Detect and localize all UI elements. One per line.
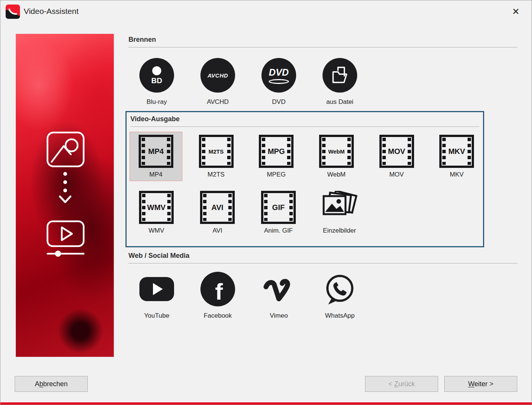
- label-accesskey: b: [39, 380, 43, 388]
- facebook-f-glyph: f: [215, 278, 223, 305]
- label-accesskey: Z: [394, 380, 398, 388]
- arrow-chevron-icon: [60, 196, 70, 202]
- app-logo-icon: [6, 5, 20, 19]
- images-icon: [47, 132, 84, 166]
- web-social-options: YouTube f Facebook Vimeo: [130, 272, 517, 320]
- image-stack-icon: [321, 191, 358, 224]
- section-title-video-ausgabe: Video-Ausgabe: [130, 115, 479, 127]
- gif-icon-text: GIF: [272, 203, 284, 212]
- label-post: urück: [398, 380, 415, 388]
- social-item-whatsapp[interactable]: WhatsApp: [313, 272, 367, 320]
- vimeo-v-glyph: [261, 274, 296, 304]
- video-assistant-dialog: Video-Assistent ✕ B: [0, 0, 532, 405]
- webm-icon-text: WebM: [328, 148, 345, 155]
- format-item-m2ts[interactable]: M2TS M2TS: [190, 132, 243, 181]
- format-item-mov[interactable]: MOV MOV: [370, 132, 423, 181]
- format-item-wmv[interactable]: WMV WMV: [130, 188, 183, 237]
- format-label: WebM: [310, 171, 362, 178]
- mov-filmstrip-icon: MOV: [379, 135, 414, 168]
- format-label: MKV: [431, 171, 483, 178]
- label-pre: <: [388, 380, 394, 388]
- mpg-filmstrip-icon: MPG: [259, 135, 294, 168]
- facebook-icon: f: [191, 272, 245, 306]
- dvd-disc-icon: DVD: [261, 58, 296, 93]
- social-item-label: YouTube: [130, 312, 183, 320]
- mp4-filmstrip-icon: MP4: [139, 135, 173, 168]
- logo-swoosh: [8, 7, 17, 16]
- cancel-button[interactable]: Abbrechen: [15, 376, 88, 392]
- social-item-label: Vimeo: [252, 312, 306, 320]
- youtube-rect: [139, 277, 174, 301]
- format-label: Einzelbilder: [313, 227, 366, 234]
- burn-item-from-file[interactable]: aus Datei: [313, 58, 367, 106]
- back-label: < Zurück: [388, 380, 415, 388]
- format-label: M2TS: [190, 171, 242, 178]
- label-pre: A: [35, 380, 39, 388]
- mov-icon-text: MOV: [388, 147, 405, 156]
- format-item-anim-gif[interactable]: GIF Anim. GIF: [252, 188, 305, 237]
- window-title: Video-Assistent: [24, 7, 79, 16]
- video-ausgabe-panel: Video-Ausgabe MP4 MP4 M2TS M2TS MPG: [125, 111, 484, 247]
- gif-filmstrip-icon: GIF: [261, 191, 296, 224]
- video-format-row-1: MP4 MP4 M2TS M2TS MPG MPEG: [130, 132, 483, 181]
- disc-ring-icon: [152, 66, 161, 75]
- format-label: MP4: [130, 171, 182, 178]
- avchd-disc-icon: AVCHD: [200, 58, 235, 93]
- format-item-mp4[interactable]: MP4 MP4: [130, 132, 182, 181]
- avchd-icon-text: AVCHD: [208, 72, 228, 79]
- wmv-icon-text: WMV: [147, 203, 166, 212]
- m2ts-icon-text: M2TS: [208, 148, 223, 155]
- playhead-dot-icon: [55, 251, 61, 257]
- dotted-arrow-icon: [63, 172, 67, 192]
- folder-file-glyph: [330, 65, 350, 85]
- format-item-avi[interactable]: AVI AVI: [191, 188, 244, 237]
- format-label: MOV: [371, 171, 423, 178]
- burn-item-dvd[interactable]: DVD DVD: [252, 58, 306, 106]
- dvd-icon-text: DVD: [269, 67, 289, 78]
- main-content: Brennen BD Blu-ray AVCHD AVCHD DVD: [128, 33, 517, 320]
- bluray-icon-text: BD: [151, 76, 162, 85]
- whatsapp-icon: [313, 272, 367, 306]
- section-title-brennen: Brennen: [128, 36, 517, 47]
- preview-flower-image: [15, 33, 114, 357]
- burn-item-bluray[interactable]: BD Blu-ray: [130, 58, 183, 106]
- social-item-vimeo[interactable]: Vimeo: [252, 272, 306, 320]
- format-item-einzelbilder[interactable]: Einzelbilder: [313, 188, 366, 237]
- social-item-label: WhatsApp: [313, 312, 367, 320]
- video-format-row-2: WMV WMV AVI AVI GIF Anim. GIF: [130, 188, 483, 237]
- social-item-youtube[interactable]: YouTube: [130, 272, 183, 320]
- from-file-icon: [323, 58, 357, 93]
- play-triangle-icon: [153, 283, 163, 295]
- social-item-facebook[interactable]: f Facebook: [191, 272, 245, 320]
- burn-item-label: Blu-ray: [130, 98, 183, 106]
- webm-filmstrip-icon: WebM: [319, 135, 354, 168]
- mp4-icon-text: MP4: [148, 147, 164, 156]
- close-icon[interactable]: ✕: [510, 6, 522, 18]
- next-button[interactable]: Weiter >: [444, 376, 517, 392]
- avi-icon-text: AVI: [211, 203, 223, 212]
- cancel-label: Abbrechen: [35, 380, 67, 388]
- mkv-filmstrip-icon: MKV: [439, 135, 474, 168]
- format-label: WMV: [130, 227, 183, 234]
- next-label: Weiter >: [468, 380, 493, 388]
- burn-item-avchd[interactable]: AVCHD AVCHD: [191, 58, 245, 106]
- dvd-disc-ellipse: [269, 79, 289, 84]
- format-label: Anim. GIF: [252, 227, 305, 234]
- avi-filmstrip-icon: AVI: [200, 191, 235, 224]
- format-item-mkv[interactable]: MKV MKV: [430, 132, 483, 181]
- label-post: brechen: [43, 380, 67, 388]
- burn-item-label: aus Datei: [313, 98, 367, 106]
- mkv-icon-text: MKV: [448, 147, 465, 156]
- youtube-icon: [130, 272, 183, 306]
- wmv-filmstrip-icon: WMV: [139, 191, 174, 224]
- titlebar: Video-Assistent ✕: [0, 0, 532, 24]
- back-button[interactable]: < Zurück: [365, 376, 438, 392]
- burn-item-label: DVD: [252, 98, 306, 106]
- window-accent-bar: [0, 402, 532, 405]
- section-title-web-social: Web / Social Media: [128, 252, 517, 263]
- format-item-webm[interactable]: WebM WebM: [310, 132, 363, 181]
- label-post: eiter >: [474, 380, 494, 388]
- format-item-mpeg[interactable]: MPG MPEG: [250, 132, 303, 181]
- vimeo-icon: [252, 272, 306, 306]
- images-to-video-pictogram: [16, 34, 114, 357]
